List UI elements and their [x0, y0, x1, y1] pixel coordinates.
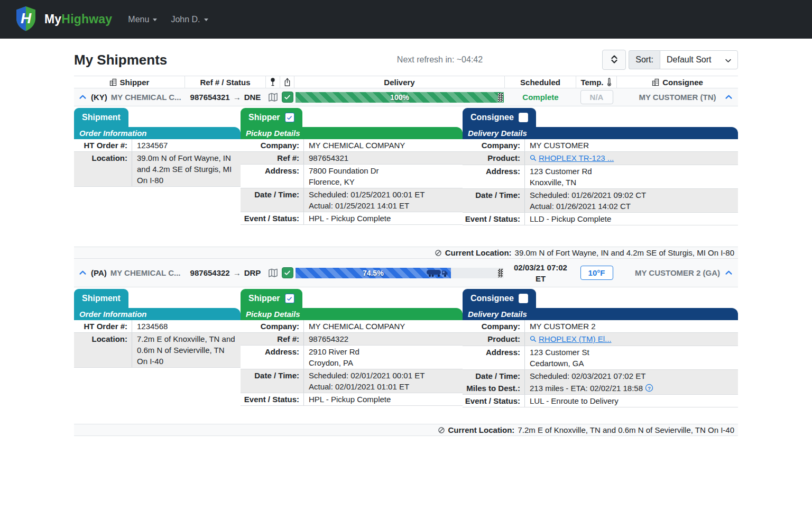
- delivery-event: LUL - Enroute to Delivery: [525, 395, 738, 407]
- shipment-details: Shipment Order Information HT Order #:12…: [74, 106, 738, 247]
- consignee-short-name: MY CUSTOMER 2 (GA): [635, 268, 720, 277]
- pickup-ref: 987654322: [304, 333, 463, 345]
- tab-shipment[interactable]: Shipment: [74, 289, 128, 308]
- finish-flag-icon: [498, 93, 503, 102]
- collapse-shipment-button[interactable]: [78, 93, 87, 102]
- current-location-value: 7.2m E of Knoxville, TN and 0.6m N of Se…: [518, 425, 734, 434]
- tab-consignee[interactable]: Consignee: [463, 289, 536, 308]
- delivery-header: Delivery Details: [463, 127, 738, 139]
- collapse-shipment-button[interactable]: [78, 268, 87, 277]
- map-icon[interactable]: [267, 267, 279, 278]
- consignee-checkbox[interactable]: [519, 294, 528, 303]
- pickup-datetime: Scheduled: 01/25/2021 00:01 ETActual: 01…: [304, 188, 463, 212]
- magnifier-icon: [530, 155, 537, 161]
- product-link[interactable]: RHOPLEX (TM) El...: [530, 333, 612, 344]
- pickup-address: 2910 River RdCroydon, PA: [304, 346, 463, 369]
- check-icon: [284, 94, 291, 101]
- pickup-ref: 987654321: [304, 152, 463, 164]
- miles-to-dest: 213 miles - ETA: 02/02/21 18:58 ?: [525, 382, 738, 394]
- column-share[interactable]: [280, 76, 294, 88]
- check-icon: [284, 269, 291, 276]
- arrow-right-icon: →: [233, 93, 241, 102]
- temperature-badge: N/A: [580, 90, 613, 104]
- top-navbar: H MyHighway Menu John D.: [0, 0, 812, 39]
- brand[interactable]: H MyHighway: [14, 5, 112, 34]
- collapse-shipment-button[interactable]: [724, 268, 733, 277]
- column-shipper: Shipper: [74, 76, 185, 88]
- table-header-row: Shipper Ref # / Status Delivery Schedule…: [74, 76, 738, 88]
- delivery-company: MY CUSTOMER: [525, 139, 738, 151]
- arrow-right-icon: →: [233, 268, 241, 277]
- tab-consignee[interactable]: Consignee: [463, 108, 536, 127]
- column-scheduled: Scheduled: [505, 76, 576, 88]
- consignee-short-name: MY CUSTOMER (TN): [639, 93, 716, 102]
- menu-dropdown[interactable]: Menu: [128, 15, 157, 24]
- chevron-up-icon: [724, 268, 733, 277]
- chevron-up-icon: [78, 268, 87, 277]
- consignee-checkbox[interactable]: [519, 113, 528, 122]
- delivery-header: Delivery Details: [463, 308, 738, 320]
- current-location-bar: Current Location: 39.0m N of Fort Wayne,…: [74, 247, 738, 259]
- sort-select[interactable]: Default Sort: [660, 50, 738, 69]
- ht-order-value: 1234567: [132, 139, 241, 151]
- title-bar: My Shipments Next refresh in: ~04:42 Sor…: [74, 48, 738, 71]
- delivery-address: 123 Customer StCedartown, GA: [525, 346, 738, 369]
- order-info-panel: Shipment Order Information HT Order #:12…: [74, 106, 241, 247]
- delivery-event: LLD - Pickup Complete: [525, 213, 738, 225]
- product-link[interactable]: RHOPLEX TR-123 ...: [530, 152, 614, 164]
- sort-group: Sort: Default Sort: [629, 50, 738, 69]
- building-icon: [652, 78, 660, 86]
- column-temp: Temp.: [576, 76, 617, 88]
- pickup-event: HPL - Pickup Complete: [304, 393, 463, 405]
- user-dropdown[interactable]: John D.: [171, 15, 208, 24]
- origin-state: (PA): [91, 268, 107, 277]
- column-pin[interactable]: [266, 76, 280, 88]
- column-delivery: Delivery: [294, 76, 505, 88]
- map-icon[interactable]: [267, 92, 279, 103]
- check-icon: [287, 115, 292, 121]
- collapse-shipment-button[interactable]: [724, 93, 733, 102]
- slashed-circle-icon: [438, 427, 445, 434]
- question-icon[interactable]: ?: [645, 384, 653, 392]
- ref-number: 987654321: [190, 93, 230, 102]
- expand-collapse-all-button[interactable]: [602, 50, 626, 70]
- pickup-company: MY CHEMICAL COMPANY: [304, 320, 463, 332]
- delivery-panel: Consignee Delivery Details Company:MY CU…: [463, 106, 738, 247]
- delivery-datetime: Scheduled: 01/26/2021 09:02 CTActual: 01…: [525, 189, 738, 212]
- svg-text:?: ?: [648, 386, 651, 391]
- column-ref-status: Ref # / Status: [185, 76, 266, 88]
- pickup-panel: Shipper Pickup Details Company:MY CHEMIC…: [241, 287, 463, 424]
- ht-order-value: 1234568: [132, 320, 241, 332]
- scheduled-status: 02/03/21 07:02 ET: [505, 259, 576, 287]
- current-location-value: 39.0m N of Fort Wayne, IN and 4.2m SE of…: [515, 248, 734, 257]
- pickup-event: HPL - Pickup Complete: [304, 212, 463, 224]
- thermometer-icon: [606, 78, 612, 86]
- status-code: DRP: [244, 268, 261, 277]
- temperature-badge[interactable]: 10°F: [580, 266, 613, 280]
- tab-shipper[interactable]: Shipper: [241, 108, 302, 127]
- chevron-expand-icon: [608, 53, 620, 67]
- building-icon: [109, 78, 117, 86]
- sort-label: Sort:: [629, 50, 660, 69]
- shipper-checkbox[interactable]: [285, 294, 294, 303]
- pin-icon: [269, 78, 276, 86]
- tracking-ok-button[interactable]: [282, 267, 293, 278]
- page-title: My Shipments: [74, 52, 167, 68]
- order-info-panel: Shipment Order Information HT Order #:12…: [74, 287, 241, 424]
- scheduled-status: Complete: [522, 93, 558, 102]
- tracking-ok-button[interactable]: [282, 92, 293, 103]
- column-consignee: Consignee: [617, 76, 738, 88]
- tab-shipper[interactable]: Shipper: [241, 289, 302, 308]
- pickup-header: Pickup Details: [241, 127, 463, 139]
- shipment-summary-row: (KY) MY CHEMICAL C... 987654321 → DNE: [74, 88, 738, 106]
- location-value: 7.2m E of Knoxville, TN and 0.6m N of Se…: [132, 333, 241, 367]
- truck-icon: [426, 268, 449, 278]
- slashed-circle-icon: [435, 249, 442, 257]
- caret-down-icon: [204, 19, 208, 21]
- chevron-up-icon: [724, 93, 733, 102]
- delivery-progress-bar: 100%: [296, 92, 504, 103]
- shipper-checkbox[interactable]: [285, 113, 294, 122]
- myhighway-logo-icon: H: [14, 5, 38, 34]
- refresh-countdown: Next refresh in: ~04:42: [397, 55, 483, 65]
- tab-shipment[interactable]: Shipment: [74, 108, 128, 127]
